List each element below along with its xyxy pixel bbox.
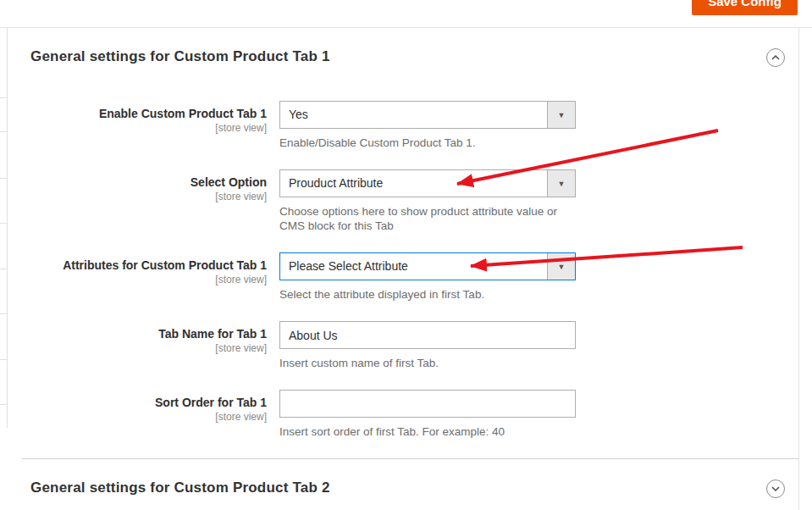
field-hint: Enable/Disable Custom Product Tab 1. [279, 136, 576, 150]
tab-name-input[interactable] [279, 321, 576, 349]
field-row-sort-order: Sort Order for Tab 1 [store view] Insert… [8, 390, 798, 439]
section-2-collapse-button[interactable] [766, 480, 785, 498]
field-hint: Choose options here to show product attr… [279, 204, 576, 233]
left-nav-edge [0, 28, 8, 428]
field-row-attributes-tab1: Attributes for Custom Product Tab 1 [sto… [8, 252, 798, 302]
field-row-tab-name: Tab Name for Tab 1 [store view] Insert c… [8, 321, 798, 370]
field-label: Select Option [8, 175, 267, 190]
nav-divider [0, 178, 8, 179]
field-hint: Select the attribute displayed in first … [279, 287, 576, 302]
enable-tab1-select[interactable]: Yes ▼ [279, 101, 576, 129]
field-row-select-option: Select Option [store view] Prouduct Attr… [8, 169, 798, 233]
section-1-header: General settings for Custom Product Tab … [8, 28, 798, 67]
attributes-tab1-select[interactable]: Please Select Attribute ▼ [279, 252, 576, 280]
section-1-collapse-button[interactable] [766, 48, 785, 67]
nav-divider [0, 359, 8, 360]
field-scope: [store view] [8, 274, 267, 286]
select-value: Yes [280, 102, 547, 128]
select-option-select[interactable]: Prouduct Attribute ▼ [279, 169, 576, 197]
field-scope: [store view] [8, 122, 267, 135]
section-2-title: General settings for Custom Product Tab … [30, 480, 330, 496]
nav-divider [0, 313, 8, 314]
section-1-title: General settings for Custom Product Tab … [30, 48, 330, 64]
field-label: Sort Order for Tab 1 [8, 396, 267, 410]
save-config-button[interactable]: Save Config [692, 0, 798, 15]
dropdown-arrow-icon[interactable]: ▼ [547, 170, 575, 197]
dropdown-arrow-icon[interactable]: ▼ [547, 102, 575, 128]
field-label: Tab Name for Tab 1 [8, 327, 267, 341]
field-hint: Insert custom name of first Tab. [279, 356, 576, 370]
field-scope: [store view] [8, 342, 267, 355]
field-scope: [store view] [8, 191, 267, 203]
nav-divider [0, 131, 8, 132]
config-panel: General settings for Custom Product Tab … [8, 28, 799, 510]
field-label: Enable Custom Product Tab 1 [8, 107, 267, 121]
chevron-down-icon [771, 485, 781, 492]
nav-divider [0, 269, 8, 269]
field-row-enable-tab1: Enable Custom Product Tab 1 [store view]… [8, 101, 798, 150]
sort-order-input[interactable] [279, 390, 576, 418]
dropdown-arrow-icon[interactable]: ▼ [547, 253, 575, 280]
field-scope: [store view] [8, 411, 267, 424]
select-value: Prouduct Attribute [280, 170, 547, 197]
page-header: Save Config [0, 0, 812, 28]
field-hint: Insert sort order of first Tab. For exam… [279, 424, 576, 439]
section-2-header: General settings for Custom Product Tab … [8, 459, 798, 498]
nav-divider [0, 223, 8, 224]
chevron-up-icon [771, 54, 781, 61]
nav-divider [0, 404, 8, 405]
nav-divider [0, 97, 8, 98]
field-label: Attributes for Custom Product Tab 1 [8, 258, 267, 273]
select-value: Please Select Attribute [280, 253, 547, 280]
section-1-fields: Enable Custom Product Tab 1 [store view]… [8, 101, 798, 439]
